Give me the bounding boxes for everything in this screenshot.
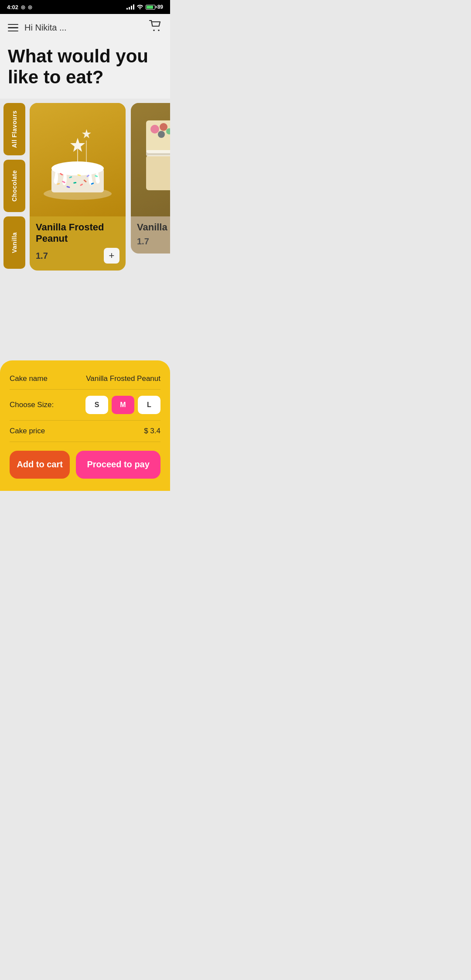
flavour-btn-vanilla[interactable]: Vanilla (3, 216, 25, 269)
cake-price-label: Cake price (10, 427, 45, 435)
cake-name-value: Vanilla Frosted Peanut (86, 374, 160, 383)
size-btn-s[interactable]: S (85, 396, 108, 414)
status-bar: 4:02 ◎ ◎ 89 (0, 0, 170, 14)
greeting-text: Hi Nikita ... (24, 23, 149, 33)
choose-size-label: Choose Size: (10, 401, 54, 409)
cake-card-price-row-vanilla-berry: 1.7 (131, 235, 170, 247)
battery-percent: 89 (157, 4, 163, 10)
cake-cards-scroll: Vanilla Frosted Peanut 1.7 + (27, 99, 170, 360)
svg-point-1 (158, 30, 160, 31)
top-nav: Hi Nikita ... (0, 14, 170, 41)
cake-card-price-vanilla-frosted-peanut: 1.7 (36, 251, 48, 261)
status-icon-1: ◎ (21, 4, 25, 10)
cake-card-title-vanilla-frosted-peanut: Vanilla Frosted Peanut (30, 216, 126, 247)
signal-icon (126, 4, 134, 10)
flavour-btn-chocolate[interactable]: Chocolate (3, 160, 25, 212)
hamburger-menu[interactable] (8, 24, 18, 32)
cake-card-price-row-vanilla-frosted-peanut: 1.7 + (30, 246, 126, 264)
hero-title: What would you like to eat? (8, 46, 162, 88)
proceed-to-pay-button[interactable]: Proceed to pay (76, 451, 160, 479)
cake-image-vanilla-berry (131, 103, 170, 216)
svg-rect-21 (146, 155, 170, 190)
flavour-sidebar: All Flavours Chocolate Vanilla (0, 99, 27, 360)
svg-point-26 (160, 123, 167, 131)
action-buttons: Add to cart Proceed to pay (10, 451, 160, 479)
svg-marker-18 (82, 129, 91, 138)
hero-section: What would you like to eat? (0, 41, 170, 99)
cake-price-row: Cake price $ 3.4 (10, 421, 160, 442)
cake-card-price-vanilla-berry: 1.7 (137, 236, 149, 247)
svg-rect-33 (146, 150, 170, 156)
svg-point-25 (150, 125, 159, 134)
status-time: 4:02 (7, 4, 18, 10)
size-btn-m[interactable]: M (112, 396, 134, 414)
cake-card-title-vanilla-berry: Vanilla berry (131, 216, 170, 235)
size-selector: S M L (85, 396, 160, 414)
wifi-icon (137, 4, 143, 10)
battery-icon (146, 5, 155, 10)
cake-name-row: Cake name Vanilla Frosted Peanut (10, 368, 160, 390)
cake-price-value: $ 3.4 (144, 427, 160, 435)
size-btn-l[interactable]: L (138, 396, 160, 414)
status-icon-2: ◎ (28, 4, 32, 10)
flavour-btn-all-flavours[interactable]: All Flavours (3, 103, 25, 155)
browse-area: All Flavours Chocolate Vanilla (0, 99, 170, 360)
bottom-sheet: Cake name Vanilla Frosted Peanut Choose … (0, 360, 170, 491)
cake-card-vanilla-frosted-peanut[interactable]: Vanilla Frosted Peanut 1.7 + (30, 103, 126, 271)
cake-image-vanilla-frosted-peanut (30, 103, 126, 216)
svg-point-0 (153, 30, 155, 31)
cart-icon[interactable] (149, 20, 162, 35)
cake-add-btn-vanilla-frosted-peanut[interactable]: + (104, 248, 119, 264)
svg-point-27 (158, 131, 165, 138)
add-to-cart-button[interactable]: Add to cart (10, 451, 70, 479)
cake-card-vanilla-berry[interactable]: Vanilla berry 1.7 (131, 103, 170, 254)
choose-size-row: Choose Size: S M L (10, 390, 160, 421)
cake-name-label: Cake name (10, 374, 48, 383)
